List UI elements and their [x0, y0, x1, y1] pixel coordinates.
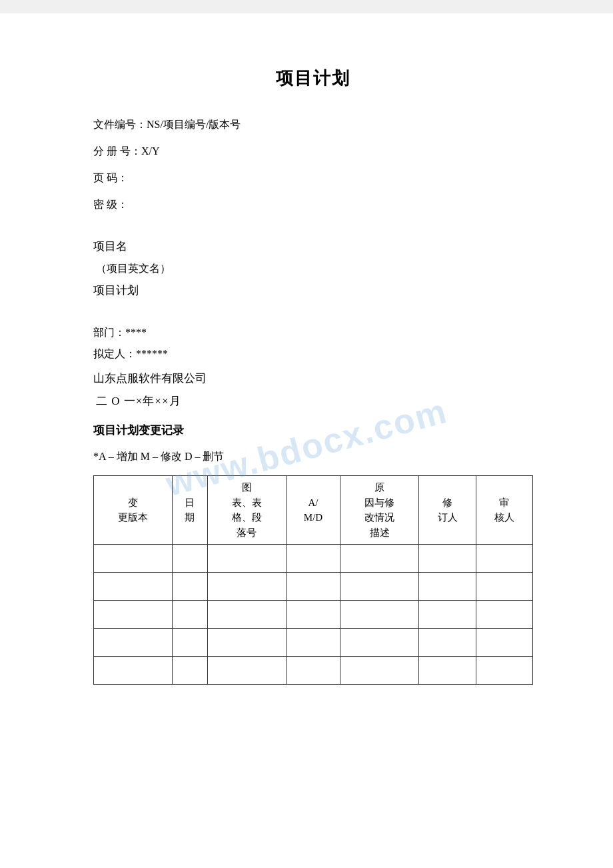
- table-cell: [94, 573, 173, 601]
- table-cell: [94, 601, 173, 629]
- page-code: 页 码：: [93, 167, 533, 189]
- table-cell: [286, 601, 340, 629]
- table-cell: [476, 601, 532, 629]
- table-cell: [476, 629, 532, 657]
- table-cell: [419, 545, 476, 573]
- dept-label: 部门：****: [93, 322, 533, 343]
- volume-number: 分 册 号：X/Y: [93, 141, 533, 162]
- table-cell: [286, 573, 340, 601]
- table-cell: [173, 545, 207, 573]
- dept-section: 部门：**** 拟定人：****** 山东点服软件有限公司 二 O 一×年××月: [93, 322, 533, 413]
- table-cell: [340, 629, 419, 657]
- document-page: www.bdocx.com 项目计划 文件编号：NS/项目编号/版本号 分 册 …: [0, 13, 613, 868]
- table-cell: [94, 629, 173, 657]
- col-header-amd: A/M/D: [286, 476, 340, 545]
- table-cell: [286, 545, 340, 573]
- col-header-figure: 图表、表格、段落号: [207, 476, 286, 545]
- table-cell: [207, 573, 286, 601]
- col-header-revisor: 修订人: [419, 476, 476, 545]
- table-cell: [207, 545, 286, 573]
- project-section: 项目名 （项目英文名） 项目计划: [93, 235, 533, 302]
- table-cell: [286, 629, 340, 657]
- col-header-version: 变更版本: [94, 476, 173, 545]
- date-info: 二 O 一×年××月: [93, 390, 533, 413]
- col-header-reason: 原因与修改情况描述: [340, 476, 419, 545]
- table-cell: [173, 657, 207, 685]
- col-header-date: 日期: [173, 476, 207, 545]
- table-cell: [340, 657, 419, 685]
- table-cell: [207, 601, 286, 629]
- col-header-reviewer: 审核人: [476, 476, 532, 545]
- table-cell: [419, 629, 476, 657]
- author-label: 拟定人：******: [93, 343, 533, 365]
- file-number: 文件编号：NS/项目编号/版本号: [93, 114, 533, 135]
- table-cell: [207, 629, 286, 657]
- table-cell: [207, 657, 286, 685]
- security-level: 密 级：: [93, 194, 533, 215]
- project-plan-label: 项目计划: [93, 279, 533, 302]
- table-cell: [340, 545, 419, 573]
- table-cell: [173, 629, 207, 657]
- table-cell: [340, 601, 419, 629]
- project-english-label: （项目英文名）: [93, 258, 533, 279]
- table-cell: [476, 573, 532, 601]
- change-record-title: 项目计划变更记录: [93, 419, 533, 442]
- table-cell: [476, 545, 532, 573]
- change-legend: *A – 增加 M – 修改 D – 删节: [93, 446, 533, 467]
- table-cell: [173, 573, 207, 601]
- table-row: [94, 601, 533, 629]
- table-row: [94, 573, 533, 601]
- main-title: 项目计划: [93, 67, 533, 90]
- company-name: 山东点服软件有限公司: [93, 367, 533, 390]
- table-cell: [419, 657, 476, 685]
- table-cell: [419, 601, 476, 629]
- meta-block: 文件编号：NS/项目编号/版本号 分 册 号：X/Y 页 码： 密 级：: [93, 114, 533, 215]
- table-row: [94, 657, 533, 685]
- table-cell: [94, 657, 173, 685]
- table-header-row: 变更版本 日期 图表、表格、段落号 A/M/D 原因与修改情况描述 修订人 审核…: [94, 476, 533, 545]
- table-cell: [476, 657, 532, 685]
- table-cell: [419, 573, 476, 601]
- table-row: [94, 629, 533, 657]
- table-cell: [286, 657, 340, 685]
- table-row: [94, 545, 533, 573]
- table-cell: [173, 601, 207, 629]
- project-name-label: 项目名: [93, 235, 533, 258]
- change-table: 变更版本 日期 图表、表格、段落号 A/M/D 原因与修改情况描述 修订人 审核…: [93, 475, 533, 685]
- table-cell: [94, 545, 173, 573]
- table-cell: [340, 573, 419, 601]
